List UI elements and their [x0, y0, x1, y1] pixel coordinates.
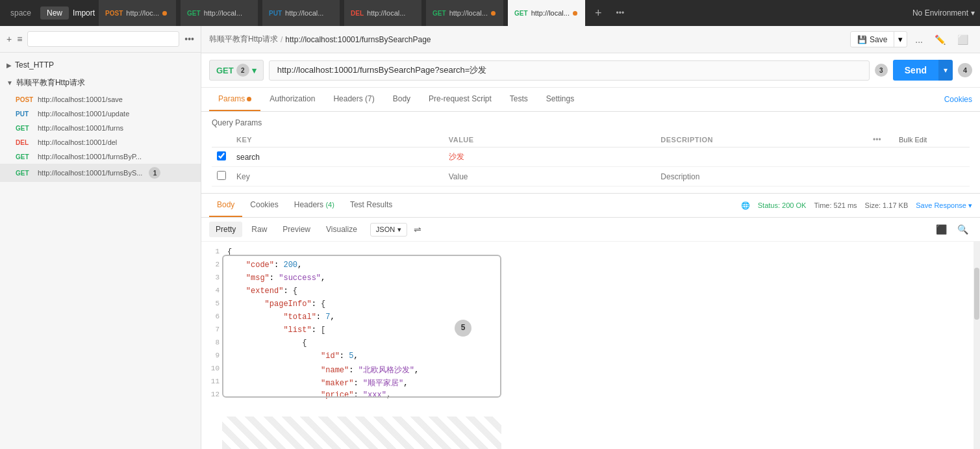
request-url: http://localhost:10001/furnsByP... [38, 153, 142, 160]
cookies-link[interactable]: Cookies [944, 95, 972, 104]
view-tab-raw[interactable]: Raw [245, 222, 273, 237]
sidebar-request-furnsByS[interactable]: GET http://localhost:10001/furnsByS... 1 [0, 164, 201, 182]
resp-tab-test-results[interactable]: Test Results [342, 194, 400, 217]
import-button[interactable]: Import [73, 8, 95, 18]
collection-header-hanshunping[interactable]: ▼ 韩顺平教育Http请求 [0, 73, 201, 92]
param-description[interactable] [655, 148, 868, 167]
vertical-scrollbar[interactable] [974, 242, 980, 449]
sidebar: + ≡ ••• ▶ Test_HTTP ▼ 韩顺平教育Http请求 POST [0, 26, 201, 449]
save-dropdown-button[interactable]: ▾ [894, 32, 907, 47]
tab-pre-request[interactable]: Pre-request Script [420, 88, 501, 111]
tab-get-2[interactable]: GET http://local... [426, 0, 504, 26]
icon-btns: ⬛ 🔍 [932, 222, 972, 237]
tab-settings[interactable]: Settings [537, 88, 583, 111]
params-section: Query Params KEY VALUE DESCRIPTION ••• B… [201, 112, 980, 193]
sidebar-request-del[interactable]: DEL http://localhost:10001/del [0, 135, 201, 149]
tab-url: http://local... [204, 9, 242, 17]
breadcrumb-separator: / [281, 35, 283, 44]
tab-get-1[interactable]: GET http://local... [181, 0, 258, 26]
params-tab-label: Params [218, 94, 245, 103]
main-layout: + ≡ ••• ▶ Test_HTTP ▼ 韩顺平教育Http请求 POST [0, 26, 980, 449]
param-value-input[interactable] [449, 172, 651, 181]
status-ok: Status: 200 OK [758, 201, 807, 209]
view-tab-preview[interactable]: Preview [276, 222, 317, 237]
more-options-button[interactable]: ... [911, 33, 927, 46]
bulk-edit-button[interactable]: Bulk Edit [899, 136, 927, 144]
breadcrumb-current: http://localhost:10001/furnsBySearchPage [285, 35, 431, 44]
code-line-9: 9 "id": 5, [201, 351, 980, 364]
tab-body[interactable]: Body [384, 88, 420, 111]
request-url: http://localhost:10001/save [38, 96, 123, 103]
content-area: 韩顺平教育Http请求 / http://localhost:10001/fur… [201, 26, 980, 449]
save-button[interactable]: 💾 Save [851, 32, 894, 47]
code-line-8: 8 { [201, 338, 980, 351]
sidebar-request-save[interactable]: POST http://localhost:10001/save [0, 92, 201, 107]
share-icon-button[interactable]: ⬜ [953, 33, 972, 46]
tab-put[interactable]: PUT http://local... [262, 0, 340, 26]
send-dropdown-button[interactable]: ▾ [938, 60, 953, 81]
step-badge-5: 5 [455, 320, 471, 337]
param-key[interactable]: search [231, 148, 444, 167]
url-input[interactable] [269, 60, 870, 81]
more-icon[interactable]: ••• [184, 34, 194, 44]
tab-url: http://local... [285, 9, 323, 17]
response-view-tabs: Pretty Raw Preview Visualize JSON ▾ ⇌ ⬛ … [201, 218, 980, 242]
request-path-bar: 韩顺平教育Http请求 / http://localhost:10001/fur… [201, 26, 980, 53]
send-button-group: Send ▾ [893, 60, 953, 81]
collection-name-hanshunping: 韩顺平教育Http请求 [16, 77, 85, 88]
tab-get-3-active[interactable]: GET http://local... [508, 0, 586, 26]
new-button[interactable]: New [40, 6, 69, 19]
param-key-input[interactable] [236, 172, 438, 181]
copy-icon-button[interactable]: ⬛ [932, 222, 951, 237]
format-selector[interactable]: JSON ▾ [370, 223, 407, 237]
collection-header-test-http[interactable]: ▶ Test_HTTP [0, 57, 201, 73]
save-response-label: Save Response [916, 201, 966, 209]
param-value[interactable]: 沙发 [444, 148, 656, 167]
tab-url: http://local... [531, 9, 570, 17]
add-icon[interactable]: + [6, 34, 12, 44]
wrap-icon-button[interactable]: ⇌ [410, 222, 425, 237]
list-icon[interactable]: ≡ [17, 34, 22, 44]
view-tab-pretty[interactable]: Pretty [209, 222, 242, 237]
param-checkbox-empty[interactable] [217, 171, 226, 180]
sidebar-request-furns[interactable]: GET http://localhost:10001/furns [0, 121, 201, 135]
collection-test-http: ▶ Test_HTTP [0, 57, 201, 73]
tab-more-button[interactable]: ••• [611, 8, 630, 18]
search-input[interactable] [27, 31, 179, 47]
search-icon-button[interactable]: 🔍 [953, 222, 972, 237]
save-response-button[interactable]: Save Response ▾ [916, 201, 972, 210]
resp-tab-cookies[interactable]: Cookies [242, 194, 286, 217]
sidebar-request-furnsByP[interactable]: GET http://localhost:10001/furnsByP... [0, 149, 201, 164]
method-label: PUT [16, 110, 34, 118]
tab-headers[interactable]: Headers (7) [324, 88, 383, 111]
method-selector[interactable]: GET 2 ▾ [209, 60, 264, 81]
save-label: Save [870, 35, 887, 44]
collection-hanshunping: ▼ 韩顺平教育Http请求 POST http://localhost:1000… [0, 73, 201, 182]
resp-tab-headers[interactable]: Headers (4) [286, 194, 342, 217]
tab-del[interactable]: DEL http://local... [344, 0, 422, 26]
tab-params[interactable]: Params [209, 88, 260, 111]
description-column-header: DESCRIPTION [655, 133, 868, 148]
current-method: GET [216, 66, 234, 75]
chevron-right-icon: ▶ [6, 62, 12, 69]
tab-tests[interactable]: Tests [501, 88, 537, 111]
tab-post[interactable]: POST http://loc... [99, 0, 177, 26]
param-desc-input[interactable] [660, 172, 862, 181]
env-selector[interactable]: No Environment ▾ [912, 8, 975, 18]
method-label: GET [16, 170, 34, 177]
method-label-get1: GET [187, 10, 201, 17]
save-icon: 💾 [857, 35, 867, 44]
params-more-button[interactable]: ••• [873, 135, 881, 144]
method-label-put: PUT [269, 10, 282, 17]
view-tab-visualize[interactable]: Visualize [320, 222, 364, 237]
edit-icon-button[interactable]: ✏️ [931, 33, 949, 46]
workspace-label: space [5, 8, 36, 18]
param-checkbox[interactable] [217, 151, 226, 160]
sidebar-items: ▶ Test_HTTP ▼ 韩顺平教育Http请求 POST http://lo… [0, 53, 201, 449]
send-button[interactable]: Send [893, 60, 938, 81]
tab-dot-2 [491, 11, 496, 16]
tab-authorization[interactable]: Authorization [260, 88, 324, 111]
new-tab-button[interactable]: + [590, 6, 607, 20]
resp-tab-body[interactable]: Body [209, 194, 242, 217]
sidebar-request-update[interactable]: PUT http://localhost:10001/update [0, 107, 201, 121]
